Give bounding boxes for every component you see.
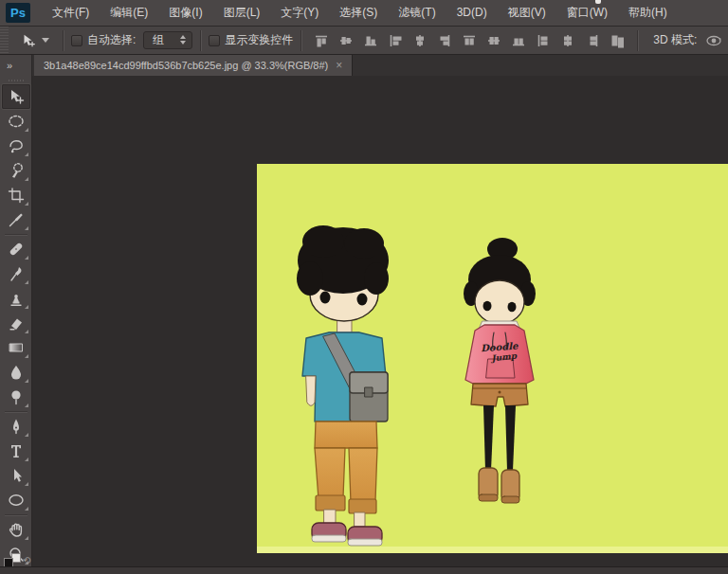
- auto-select-checkbox[interactable]: [71, 35, 82, 46]
- tool-healing[interactable]: [2, 237, 30, 261]
- tool-type[interactable]: [2, 439, 30, 463]
- dropdown-spinner-icon: [180, 35, 186, 45]
- tool-gradient[interactable]: [2, 335, 30, 360]
- image-bottom-strip: [257, 547, 728, 553]
- tool-blur[interactable]: [2, 360, 30, 385]
- menu-item-filter[interactable]: 滤镜(T): [388, 0, 446, 26]
- color-swatches: ⟲: [4, 553, 28, 566]
- menu-item-edit[interactable]: 编辑(E): [100, 0, 158, 26]
- tool-eraser[interactable]: [2, 311, 30, 335]
- options-bar-grip[interactable]: [0, 27, 9, 54]
- status-bar: [0, 566, 728, 574]
- options-bar: 自动选择: 组 显示变换控件 3D 模式:: [0, 26, 728, 55]
- options-icon-align-horizontal-centers[interactable]: [411, 32, 428, 49]
- menu-item-select[interactable]: 选择(S): [329, 0, 388, 26]
- separator: [200, 30, 201, 51]
- artwork: Doodle Jump: [257, 164, 728, 553]
- tools-panel-collapse-button[interactable]: »: [0, 55, 32, 76]
- 3d-mode-label: 3D 模式:: [653, 32, 697, 48]
- photoshop-window: Ps 文件(F) 编辑(E) 图像(I) 图层(L) 文字(Y) 选择(S) 滤…: [0, 0, 728, 574]
- options-icon-align-right-edges[interactable]: [436, 32, 453, 49]
- options-icon-auto-align-layers[interactable]: [609, 32, 626, 49]
- separator: [637, 30, 638, 51]
- menu-item-layer[interactable]: 图层(L): [213, 0, 271, 26]
- menu-item-type[interactable]: 文字(Y): [270, 0, 329, 26]
- menu-item-view[interactable]: 视图(V): [498, 0, 556, 26]
- dropdown-value: 组: [153, 32, 164, 48]
- auto-select-label: 自动选择:: [87, 32, 136, 48]
- tool-path-select[interactable]: [2, 463, 30, 488]
- show-transform-label: 显示变换控件: [225, 32, 293, 48]
- tool-preset-caret-icon: [42, 38, 49, 43]
- tool-brush[interactable]: [2, 261, 30, 286]
- menu-item-3d[interactable]: 3D(D): [446, 0, 498, 26]
- menu-item-file[interactable]: 文件(F): [42, 0, 100, 26]
- options-icon-align-vertical-centers[interactable]: [337, 32, 355, 49]
- tool-pen[interactable]: [2, 414, 30, 439]
- ps-logo: Ps: [6, 3, 30, 23]
- tool-eyedropper[interactable]: [2, 207, 30, 232]
- options-icon-distribute-top-edges[interactable]: [461, 32, 478, 49]
- auto-select-target-dropdown[interactable]: 组: [143, 31, 192, 49]
- document-image[interactable]: Doodle Jump: [257, 164, 728, 553]
- tools-panel: ⟲: [0, 76, 32, 566]
- tool-crop[interactable]: [2, 183, 30, 207]
- document-tab[interactable]: 3b1a48e89ce14cd99ffbd536b7cb625e.jpg @ 3…: [34, 55, 353, 76]
- workspace: ⟲: [0, 76, 728, 566]
- canvas-area[interactable]: Doodle Jump: [32, 76, 728, 566]
- tool-hand[interactable]: [2, 517, 30, 542]
- separator: [63, 30, 64, 51]
- options-icon-align-top-edges[interactable]: [313, 32, 330, 49]
- tool-clone-stamp[interactable]: [2, 286, 30, 311]
- 3d-orbit-icon[interactable]: [704, 31, 723, 50]
- tab-close-icon[interactable]: ×: [336, 60, 342, 71]
- menu-item-help[interactable]: 帮助(H): [618, 0, 678, 26]
- menu-item-image[interactable]: 图像(I): [158, 0, 212, 26]
- tool-separator: [5, 514, 27, 515]
- active-tool-preview[interactable]: [14, 32, 55, 49]
- tool-dodge[interactable]: [2, 385, 30, 409]
- screen-artifact: [595, 0, 601, 4]
- tool-marquee[interactable]: [2, 109, 30, 134]
- tool-separator: [5, 411, 27, 412]
- tool-move[interactable]: [2, 84, 30, 109]
- menu-item-window[interactable]: 窗口(W): [556, 0, 618, 26]
- options-icon-distribute-right-edges[interactable]: [584, 32, 601, 49]
- show-transform-checkbox[interactable]: [209, 35, 220, 46]
- align-distribute-icons: [309, 32, 629, 49]
- swap-colors-icon[interactable]: ⟲: [23, 555, 30, 565]
- tool-separator: [5, 234, 27, 235]
- tool-lasso[interactable]: [2, 134, 30, 158]
- foreground-color-swatch-icon[interactable]: [4, 558, 13, 566]
- options-icon-distribute-vertical-centers[interactable]: [485, 32, 502, 49]
- tool-shape[interactable]: [2, 488, 30, 512]
- document-tab-bar: » 3b1a48e89ce14cd99ffbd536b7cb625e.jpg @…: [0, 55, 728, 76]
- options-icon-distribute-horizontal-centers[interactable]: [559, 32, 576, 49]
- tools-panel-grip[interactable]: [9, 80, 24, 81]
- options-icon-align-bottom-edges[interactable]: [362, 32, 379, 49]
- options-icon-distribute-bottom-edges[interactable]: [510, 32, 527, 49]
- options-icon-distribute-left-edges[interactable]: [535, 32, 552, 49]
- tool-quick-select[interactable]: [2, 158, 30, 183]
- move-tool-icon: [20, 32, 37, 49]
- menu-bar: Ps 文件(F) 编辑(E) 图像(I) 图层(L) 文字(Y) 选择(S) 滤…: [0, 0, 728, 26]
- options-icon-align-left-edges[interactable]: [387, 32, 404, 49]
- separator: [300, 30, 301, 51]
- document-tab-title: 3b1a48e89ce14cd99ffbd536b7cb625e.jpg @ 3…: [44, 60, 328, 71]
